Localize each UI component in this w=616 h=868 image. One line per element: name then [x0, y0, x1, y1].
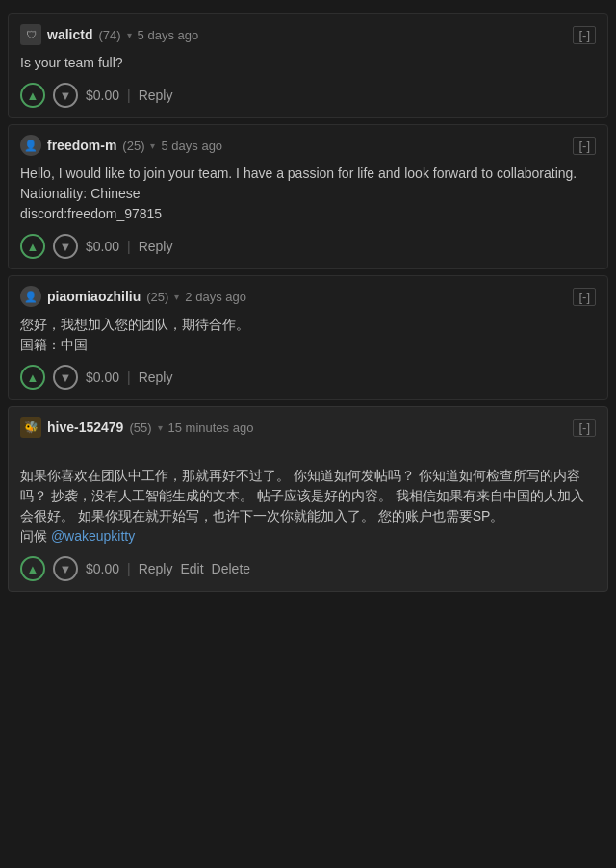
header-left: 👤 freedom-m (25) ▾ 5 days ago	[20, 135, 222, 156]
downvote-button[interactable]: ▼	[53, 365, 78, 390]
downvote-button[interactable]: ▼	[53, 234, 78, 259]
reply-button[interactable]: Reply	[139, 239, 173, 254]
comment-header: 🐝 hive-152479 (55) ▾ 15 minutes ago [-]	[20, 417, 596, 438]
dropdown-icon[interactable]: ▾	[127, 30, 132, 40]
mention-link[interactable]: @wakeupkitty	[51, 528, 135, 544]
timestamp: 15 minutes ago	[168, 421, 254, 435]
comment-footer: ▲ ▼ $0.00 | Reply Edit Delete	[20, 556, 596, 581]
comment-hive-152479: 🐝 hive-152479 (55) ▾ 15 minutes ago [-] …	[8, 406, 608, 592]
timestamp: 2 days ago	[185, 290, 246, 304]
upvote-button[interactable]: ▲	[20, 365, 45, 390]
comment-header: 👤 piaomiaozhiliu (25) ▾ 2 days ago [-]	[20, 286, 596, 307]
comment-footer: ▲ ▼ $0.00 | Reply	[20, 365, 596, 390]
comment-walictd: 🛡 walictd (74) ▾ 5 days ago [-] Is your …	[8, 13, 608, 118]
upvote-button[interactable]: ▲	[20, 556, 45, 581]
upvote-button[interactable]: ▲	[20, 83, 45, 108]
payout-amount: $0.00	[86, 88, 119, 103]
payout-amount: $0.00	[86, 370, 119, 385]
comment-freedom-m: 👤 freedom-m (25) ▾ 5 days ago [-] Hello,…	[8, 124, 608, 269]
comment-footer: ▲ ▼ $0.00 | Reply	[20, 83, 596, 108]
username[interactable]: piaomiaozhiliu	[47, 289, 141, 304]
downvote-button[interactable]: ▼	[53, 556, 78, 581]
header-left: 🐝 hive-152479 (55) ▾ 15 minutes ago	[20, 417, 253, 438]
edit-button[interactable]: Edit	[180, 561, 203, 576]
comment-body: 如果你喜欢在团队中工作，那就再好不过了。 你知道如何发帖吗？ 你知道如何检查所写…	[20, 446, 596, 547]
divider: |	[127, 561, 131, 576]
username[interactable]: walictd	[47, 27, 92, 42]
dropdown-icon[interactable]: ▾	[158, 422, 163, 433]
payout-amount: $0.00	[86, 561, 119, 576]
timestamp: 5 days ago	[161, 139, 222, 153]
collapse-button[interactable]: [-]	[573, 419, 596, 437]
comment-header: 👤 freedom-m (25) ▾ 5 days ago [-]	[20, 135, 596, 156]
divider: |	[127, 370, 131, 385]
avatar: 👤	[20, 135, 41, 156]
reputation: (55)	[129, 421, 151, 435]
avatar-emoji: 🐝	[24, 421, 38, 434]
avatar: 🐝	[20, 417, 41, 438]
divider: |	[127, 239, 131, 254]
payout-amount: $0.00	[86, 239, 119, 254]
header-left: 🛡 walictd (74) ▾ 5 days ago	[20, 24, 198, 45]
comment-body: Hello, I would like to join your team. I…	[20, 164, 596, 224]
header-left: 👤 piaomiaozhiliu (25) ▾ 2 days ago	[20, 286, 246, 307]
reputation: (74)	[98, 28, 120, 42]
avatar-emoji: 👤	[24, 140, 38, 152]
timestamp: 5 days ago	[138, 28, 199, 42]
comment-piaomiaozhiliu: 👤 piaomiaozhiliu (25) ▾ 2 days ago [-] 您…	[8, 275, 608, 400]
reply-button[interactable]: Reply	[139, 88, 173, 103]
reputation: (25)	[146, 290, 168, 304]
username[interactable]: hive-152479	[47, 420, 123, 435]
reply-button[interactable]: Reply	[139, 561, 173, 576]
avatar-emoji: 👤	[24, 291, 38, 303]
collapse-button[interactable]: [-]	[573, 137, 596, 155]
comment-body: Is your team full?	[20, 53, 596, 73]
reply-button[interactable]: Reply	[139, 370, 173, 385]
delete-button[interactable]: Delete	[212, 561, 250, 576]
dropdown-icon[interactable]: ▾	[174, 292, 179, 302]
upvote-button[interactable]: ▲	[20, 234, 45, 259]
reputation: (25)	[122, 139, 144, 153]
comment-footer: ▲ ▼ $0.00 | Reply	[20, 234, 596, 259]
avatar: 🛡	[20, 24, 41, 45]
comment-body: 您好，我想加入您的团队，期待合作。 国籍：中国	[20, 315, 596, 355]
comment-header: 🛡 walictd (74) ▾ 5 days ago [-]	[20, 24, 596, 45]
dropdown-icon[interactable]: ▾	[150, 140, 155, 151]
avatar-icon: 🛡	[26, 29, 37, 40]
collapse-button[interactable]: [-]	[573, 26, 596, 44]
username[interactable]: freedom-m	[47, 138, 116, 153]
collapse-button[interactable]: [-]	[573, 288, 596, 306]
avatar: 👤	[20, 286, 41, 307]
divider: |	[127, 88, 131, 103]
downvote-button[interactable]: ▼	[53, 83, 78, 108]
